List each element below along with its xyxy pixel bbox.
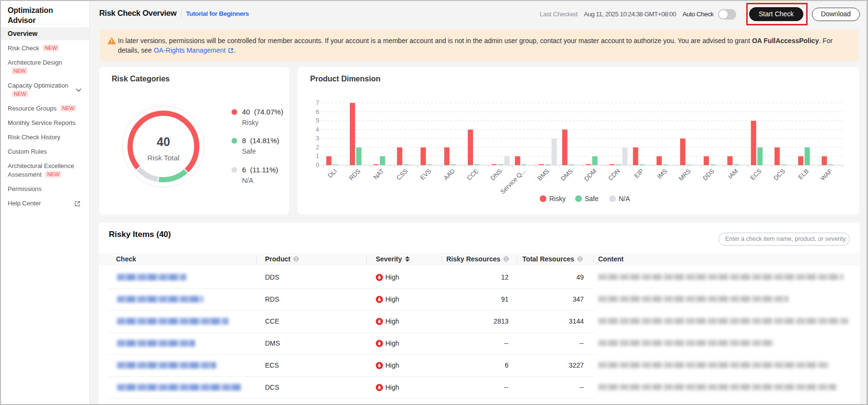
svg-text:Service Q...: Service Q... [499,168,527,196]
svg-text:DLI: DLI [326,168,338,180]
svg-text:AAD: AAD [442,168,456,182]
svg-text:EVS: EVS [419,167,433,181]
svg-text:BMS: BMS [536,167,551,182]
svg-text:N/A: N/A [619,195,630,202]
svg-text:CCE: CCE [465,167,480,181]
svg-text:Safe: Safe [585,195,599,202]
svg-text:0: 0 [316,161,319,169]
svg-text:ELB: ELB [797,168,810,181]
svg-text:IAM: IAM [727,168,740,180]
svg-text:4: 4 [316,126,319,133]
svg-text:DDM: DDM [583,168,598,183]
svg-text:Risk Total: Risk Total [148,154,180,162]
svg-text:Risky: Risky [549,195,566,202]
svg-text:DDS: DDS [701,167,716,181]
svg-text:CSS: CSS [395,167,409,181]
svg-text:EIP: EIP [633,168,645,180]
svg-text:RDS: RDS [347,167,362,181]
svg-text:DNS: DNS [489,167,503,181]
svg-text:DMS: DMS [559,167,574,182]
svg-text:7: 7 [316,99,319,106]
svg-text:2: 2 [316,144,319,151]
svg-text:WAF: WAF [819,167,834,182]
svg-text:IMS: IMS [656,167,669,180]
svg-text:5: 5 [316,117,319,124]
svg-text:ECS: ECS [749,167,763,181]
svg-text:MRS: MRS [677,167,692,182]
svg-text:1: 1 [316,152,319,159]
svg-text:6: 6 [316,108,319,115]
svg-text:DCS: DCS [772,167,787,181]
svg-text:3: 3 [316,135,319,142]
svg-text:CDN: CDN [607,168,622,182]
svg-text:40: 40 [157,135,170,148]
svg-text:NAT: NAT [372,167,385,180]
